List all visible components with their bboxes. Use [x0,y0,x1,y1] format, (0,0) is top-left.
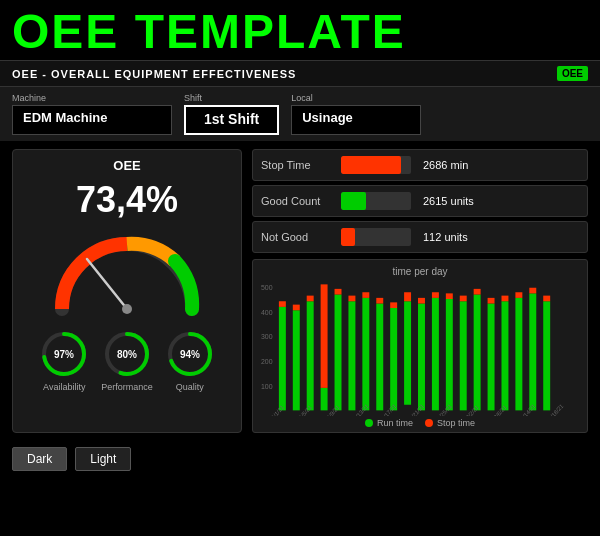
bar-stop-11 [418,298,425,304]
bar-stop-16 [488,298,495,304]
light-theme-button[interactable]: Light [75,447,131,471]
bar-run-1 [279,307,286,411]
chart-svg: 500 400 300 200 100 [261,281,579,416]
svg-text:500: 500 [261,283,273,293]
bar-run-12 [432,298,439,411]
stat-bar-stoptime [341,156,411,174]
stat-row-stoptime: Stop Time 2686 min [252,149,588,181]
machine-control: Machine EDM Machine [12,93,172,135]
bar-run-10 [404,301,411,405]
controls-bar: Machine EDM Machine Shift 1st Shift Loca… [0,87,600,141]
svg-text:94%: 94% [180,349,200,360]
bar-stop-4 [321,284,328,388]
stat-row-notgood: Not Good 112 units [252,221,588,253]
quality-metric: 94% Quality [165,329,215,392]
gauge-svg [47,229,207,319]
legend-run-dot [365,419,373,427]
header: OEE TEMPLATE [0,0,600,60]
svg-point-1 [122,304,132,314]
bar-stop-15 [474,289,481,295]
bar-stop-7 [362,292,369,298]
local-label: Local [291,93,421,103]
performance-label: Performance [101,382,153,392]
bar-stop-12 [432,292,439,298]
performance-ring: 80% [102,329,152,379]
availability-metric: 97% Availability [39,329,89,392]
metrics-row: 97% Availability 80% Performance 94% [39,329,215,392]
bar-run-2 [293,310,300,410]
gauge-container [47,229,207,319]
legend-run-label: Run time [377,418,413,428]
bar-run-4 [321,388,328,411]
bar-run-19 [529,293,536,410]
svg-text:97%: 97% [54,349,74,360]
shift-label: Shift [184,93,279,103]
stat-bar-fill-notgood [341,228,355,246]
oee-panel-title: OEE [113,158,140,173]
bar-run-15 [474,295,481,411]
svg-text:400: 400 [261,307,273,317]
bar-run-8 [376,304,383,411]
bar-stop-3 [307,296,314,302]
bar-run-17 [501,301,508,410]
svg-text:200: 200 [261,357,273,367]
stat-bar-notgood [341,228,411,246]
bar-stop-10 [404,292,411,301]
machine-input[interactable]: EDM Machine [12,105,172,135]
stat-value-notgood: 112 units [423,231,468,243]
stat-name-stoptime: Stop Time [261,159,333,171]
svg-text:100: 100 [261,382,273,392]
local-input[interactable]: Usinage [291,105,421,135]
stat-value-stoptime: 2686 min [423,159,468,171]
bar-run-20 [543,301,550,410]
quality-label: Quality [176,382,204,392]
machine-label: Machine [12,93,172,103]
stat-row-goodcount: Good Count 2615 units [252,185,588,217]
bar-stop-2 [293,305,300,311]
svg-text:80%: 80% [117,349,137,360]
bottom-bar: Dark Light [0,441,600,477]
availability-label: Availability [43,382,85,392]
oee-badge: OEE [557,66,588,81]
bar-run-16 [488,304,495,411]
svg-line-0 [87,259,127,309]
stat-name-goodcount: Good Count [261,195,333,207]
dark-theme-button[interactable]: Dark [12,447,67,471]
bar-stop-13 [446,293,453,299]
legend-stop-label: Stop time [437,418,475,428]
stat-bar-fill-stoptime [341,156,401,174]
shift-control: Shift 1st Shift [184,93,279,135]
shift-input[interactable]: 1st Shift [184,105,279,135]
bar-stop-5 [335,289,342,295]
oee-value: 73,4% [76,179,178,221]
bar-stop-14 [460,296,467,302]
bar-run-13 [446,299,453,410]
bar-run-18 [515,298,522,411]
chart-area: time per day 500 400 300 200 100 [252,259,588,433]
legend-stop: Stop time [425,418,475,428]
local-control: Local Usinage [291,93,421,135]
bar-stop-19 [529,288,536,294]
bar-stop-17 [501,296,508,302]
performance-metric: 80% Performance [101,329,153,392]
chart-svg-container: 500 400 300 200 100 [261,281,579,416]
bar-run-7 [362,298,369,411]
bar-run-5 [335,295,342,411]
availability-ring: 97% [39,329,89,379]
stat-bar-fill-goodcount [341,192,366,210]
bar-run-11 [418,304,425,411]
legend-run: Run time [365,418,413,428]
main-content: OEE 73,4% [0,141,600,441]
legend-stop-dot [425,419,433,427]
bar-stop-1 [279,301,286,307]
bar-stop-18 [515,292,522,298]
stat-value-goodcount: 2615 units [423,195,474,207]
bar-stop-20 [543,296,550,302]
bar-stop-9 [390,302,397,308]
quality-ring: 94% [165,329,215,379]
oee-panel: OEE 73,4% [12,149,242,433]
right-panel: Stop Time 2686 min Good Count 2615 units… [252,149,588,433]
chart-legend: Run time Stop time [261,418,579,428]
chart-title: time per day [261,266,579,277]
bar-run-3 [307,301,314,410]
